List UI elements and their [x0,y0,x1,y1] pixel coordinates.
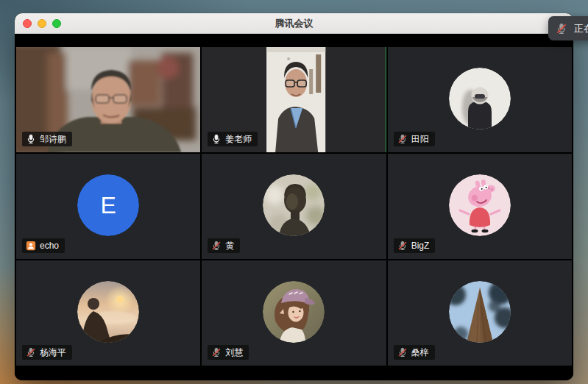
participant-nametag: 杨海平 [22,345,72,360]
participant-name: BigZ [411,240,430,252]
avatar: E [77,174,139,236]
minimize-button[interactable] [38,19,46,28]
floating-status-panel[interactable]: 正在 [548,16,588,40]
participant-name: 刘慧 [225,346,243,358]
participant-name: 田阳 [411,133,429,145]
mic-muted-icon [26,347,36,358]
letter-avatar: E [77,174,139,236]
participant-tile-avatar[interactable]: BigZ [388,154,572,259]
participant-name: 邹诗鹏 [40,133,66,145]
participant-name: echo [40,240,59,252]
sunset-avatar-image [77,281,139,343]
mic-muted-icon [211,241,222,251]
participant-nametag: 刘慧 [208,345,249,360]
participant-tile-video[interactable]: 邹诗鹏 [16,47,200,152]
zoom-button[interactable] [52,19,61,28]
participant-tile-avatar[interactable]: 桑梓 [388,260,572,366]
window-titlebar[interactable]: 腾讯会议 [15,13,573,34]
mic-muted-icon [397,134,408,144]
participant-name: 黄 [225,240,234,252]
phone-user-icon [26,241,36,251]
meeting-window: 腾讯会议 [15,13,573,380]
participant-nametag: 桑梓 [394,345,435,360]
avatar [263,174,325,236]
participant-tile-avatar[interactable]: 田阳 [388,47,572,152]
participant-name: 姜老师 [225,133,252,145]
window-title: 腾讯会议 [15,17,573,30]
desktop: { "window": { "title": "腾讯会议" }, "titleb… [0,0,588,384]
traffic-lights [15,19,61,28]
mic-muted-icon [397,347,408,358]
mic-on-icon [211,134,222,144]
participant-tile-avatar[interactable]: 黄 [202,154,386,259]
participant-tile-avatar[interactable]: 刘慧 [202,260,386,366]
peppa-pig-avatar-image [449,174,511,236]
avatar [449,281,511,343]
participant-grid: 邹诗鹏 [16,47,572,366]
mic-muted-icon [397,241,408,251]
participant-tile-avatar[interactable]: E echo [16,154,200,259]
mic-muted-icon [556,23,567,35]
avatar [449,174,511,236]
status-panel-label: 正在 [574,22,588,35]
girl-cap-avatar-image [263,281,325,343]
participant-tile-avatar[interactable]: 杨海平 [16,260,200,366]
participant-nametag: 邹诗鹏 [22,132,72,146]
participant-nametag: 黄 [208,238,240,253]
mic-on-icon [26,134,36,144]
close-button[interactable] [23,19,32,28]
participant-nametag: echo [22,238,65,253]
participant-nametag: 田阳 [394,132,435,146]
participant-nametag: BigZ [394,238,436,253]
statue-avatar-image [263,174,325,236]
meeting-content: 邹诗鹏 [15,34,573,380]
avatar [449,68,511,129]
avatar [77,281,139,343]
participant-name: 杨海平 [40,346,66,358]
mic-muted-icon [211,347,222,358]
participant-nametag: 姜老师 [208,132,258,146]
avatar [263,281,325,343]
participant-name: 桑梓 [411,346,429,358]
tree-avatar-image [449,281,511,343]
astronaut-avatar-image [449,68,511,129]
participant-tile-video-active[interactable]: 姜老师 [202,47,386,152]
